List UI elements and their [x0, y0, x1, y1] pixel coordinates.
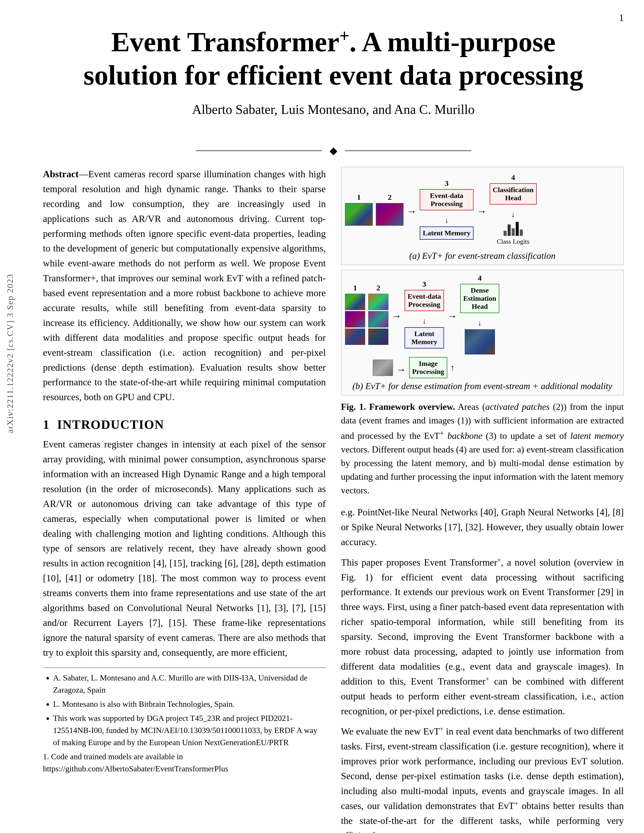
- diag-step-2a: 2: [376, 193, 404, 226]
- dense-bottom-row: → ImageProcessing ↑: [345, 357, 620, 378]
- image-processing-box: ImageProcessing: [409, 357, 447, 378]
- diag-img-patches-a: [376, 203, 404, 226]
- subfig-a: 1 2 → 3: [341, 167, 624, 265]
- dense-img-patches-2: [368, 311, 388, 328]
- dense-arrow-2: ↓: [422, 317, 426, 325]
- left-column: Abstract—Event cameras record sparse ill…: [43, 167, 326, 833]
- subfig-b-label: (b) EvT+ for dense estimation from event…: [345, 381, 620, 391]
- dense-arrow-4: ↓: [478, 318, 481, 327]
- diag-arrow-1a: →: [407, 205, 417, 217]
- dense-arrow-img-up: ↑: [450, 362, 455, 373]
- dense-estimation-head-box: DenseEstimationHead: [460, 284, 499, 313]
- latent-memory-box-a: Latent Memory: [420, 227, 473, 240]
- dense-img-patches-3: [368, 328, 388, 345]
- dense-step-4: 4 DenseEstimationHead ↓: [460, 274, 499, 354]
- subfig-b: 1 2: [341, 270, 624, 396]
- divider: ◆: [43, 145, 624, 156]
- event-data-processing-box-b: Event-dataProcessing: [404, 290, 444, 311]
- dense-img-events-2: [345, 311, 365, 328]
- dense-diagram: 1 2: [345, 274, 620, 378]
- sidebar-arxiv-label: arXiv:2211.12222v2 [cs.CV] 3 Sep 2023: [0, 151, 20, 555]
- dense-img-events-1: [345, 294, 365, 310]
- classification-head-box: ClassificationHead: [490, 183, 537, 204]
- page-number: 1: [619, 12, 624, 23]
- diag-arrow-3a: →: [477, 205, 487, 217]
- dense-output-image: [465, 329, 495, 354]
- dense-image-step: [350, 360, 393, 376]
- figure-caption: Fig. 1. 1Framework overview. Areas (acti…: [341, 400, 624, 497]
- diag-step-4a: 4 ClassificationHead ↓: [490, 173, 537, 245]
- footnote-area: A. Sabater, L. Montesano and A.C. Murill…: [43, 667, 326, 775]
- dense-img-events-3: [345, 328, 365, 345]
- dense-arrow-3: →: [447, 310, 457, 322]
- title-section: Event Transformer+. A multi-purpose solu…: [43, 15, 624, 135]
- latent-memory-box-b: LatentMemory: [404, 327, 444, 349]
- class-logits: Class Logits: [497, 221, 529, 245]
- diag-arrow-2a: ↓: [445, 216, 449, 225]
- abstract-label: Abstract: [43, 169, 79, 179]
- abstract-body: Event cameras record sparse illumination…: [43, 169, 326, 402]
- diag-img-events-a: [345, 203, 373, 226]
- dense-arrow-1: →: [391, 310, 402, 322]
- dense-step-1: 1: [345, 283, 365, 345]
- section-intro-heading: 1 Introduction: [43, 417, 326, 432]
- footnote-2: L. Montesano is also with Bitbrain Techn…: [53, 698, 326, 710]
- authors: Alberto Sabater, Luis Montesano, and Ana…: [68, 102, 599, 117]
- dense-top-row: 1 2: [345, 274, 620, 354]
- dense-img-patches-1: [368, 294, 388, 310]
- diag-step-3a: 3 Event-dataProcessing ↓ Latent Memory: [420, 179, 473, 240]
- intro-para-1: Event cameras register changes in intens…: [43, 437, 326, 660]
- class-logits-label: Class Logits: [497, 238, 529, 245]
- abstract: Abstract—Event cameras record sparse ill…: [43, 167, 326, 405]
- dense-arrow-img: →: [396, 363, 406, 375]
- right-column: 1 2 → 3: [341, 167, 624, 833]
- right-body: e.g. PointNet-like Neural Networks [40],…: [341, 505, 624, 833]
- footnote-4: 1. Code and trained models are available…: [43, 751, 326, 775]
- dense-step-2: 2: [368, 283, 388, 345]
- footnote-3: This work was supported by DGA project T…: [53, 712, 326, 748]
- paper-title: Event Transformer+. A multi-purpose solu…: [68, 25, 599, 92]
- dense-grayscale-img: [373, 360, 393, 376]
- diag-step-1a: 1: [345, 193, 373, 226]
- diag-row-a: 1 2 → 3: [345, 171, 620, 248]
- footnote-1: A. Sabater, L. Montesano and A.C. Murill…: [53, 672, 326, 696]
- figure-1: 1 2 → 3: [341, 167, 624, 497]
- diag-arrow-4a: ↓: [511, 210, 515, 219]
- dense-step-3: 3 Event-dataProcessing ↓ LatentMemory: [404, 280, 444, 349]
- divider-diamond: ◆: [330, 145, 337, 156]
- subfig-a-label: (a) EvT+ for event-stream classification: [345, 251, 620, 261]
- event-data-processing-box-a: Event-dataProcessing: [420, 189, 473, 210]
